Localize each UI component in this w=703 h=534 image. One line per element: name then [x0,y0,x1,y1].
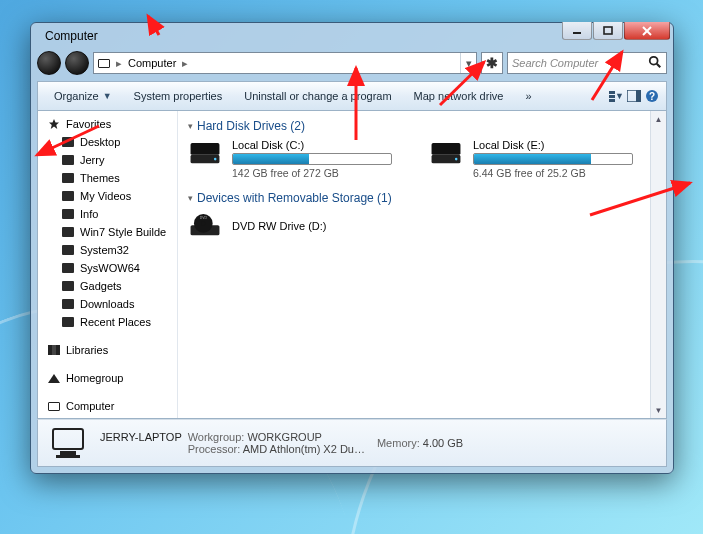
libraries-icon [48,344,60,356]
drive-dvd[interactable]: DVD DVD RW Drive (D:) [188,211,408,241]
breadcrumb-sep: ▸ [116,57,122,70]
svg-point-4 [650,57,658,65]
sidebar-item-gadgets[interactable]: Gadgets [44,277,177,295]
scroll-track[interactable] [651,127,666,402]
sidebar-group-homegroup[interactable]: Homegroup [44,369,177,387]
refresh-button[interactable]: ✱ [481,52,503,74]
address-bar[interactable]: ▸ Computer ▸ ▾ [93,52,477,74]
star-icon [48,118,60,130]
svg-point-22 [201,221,205,225]
content-pane[interactable]: ▾Hard Disk Drives (2) Local Disk (C:) 14… [178,111,650,418]
command-bar: Organize▼ System properties Uninstall or… [37,81,667,111]
nav-forward-button[interactable] [65,51,89,75]
svg-rect-26 [56,455,80,458]
sidebar-item-themes[interactable]: Themes [44,169,177,187]
nav-bar: ▸ Computer ▸ ▾ ✱ Search Computer [37,49,667,77]
sidebar-item-local-disk-c[interactable]: Local Disk (C:) [44,415,177,418]
svg-point-16 [214,158,217,161]
sidebar-item-win7-style[interactable]: Win7 Style Builde [44,223,177,241]
svg-rect-14 [191,143,220,155]
details-workgroup: WORKGROUP [247,431,322,443]
search-placeholder: Search Computer [512,57,598,69]
window-title: Computer [45,29,98,43]
sidebar-item-desktop[interactable]: Desktop [44,133,177,151]
drive-e[interactable]: Local Disk (E:) 6.44 GB free of 25.2 GB [429,139,640,179]
navigation-pane[interactable]: Favorites Desktop Jerry Themes My Videos… [38,111,178,418]
svg-marker-13 [49,119,59,129]
svg-rect-1 [604,27,612,34]
computer-icon [98,57,110,69]
sidebar-item-jerry[interactable]: Jerry [44,151,177,169]
chevron-down-icon: ▼ [103,91,112,101]
drive-c[interactable]: Local Disk (C:) 142 GB free of 272 GB [188,139,399,179]
collapse-icon: ▾ [188,193,193,203]
explorer-window: Computer ▸ Computer ▸ ▾ ✱ Search Compute… [30,22,674,474]
sidebar-item-downloads[interactable]: Downloads [44,295,177,313]
sidebar-item-syswow64[interactable]: SysWOW64 [44,259,177,277]
svg-rect-24 [53,429,83,449]
drive-name: Local Disk (E:) [473,139,633,151]
search-icon [648,55,662,71]
drive-name: Local Disk (C:) [232,139,392,151]
collapse-icon: ▾ [188,121,193,131]
scroll-up-button[interactable]: ▲ [651,111,666,127]
sidebar-item-my-videos[interactable]: My Videos [44,187,177,205]
svg-line-5 [657,64,661,68]
drive-name: DVD RW Drive (D:) [232,220,327,232]
sidebar-item-system32[interactable]: System32 [44,241,177,259]
system-properties-button[interactable]: System properties [124,82,233,110]
uninstall-programs-button[interactable]: Uninstall or change a program [234,82,401,110]
category-hdd[interactable]: ▾Hard Disk Drives (2) [188,119,640,133]
svg-rect-10 [636,90,641,102]
views-button[interactable]: ▼ [608,88,624,104]
dvd-drive-icon: DVD [188,211,222,241]
sidebar-group-favorites[interactable]: Favorites [44,115,177,133]
breadcrumb-sep: ▸ [182,57,188,70]
sidebar-item-info[interactable]: Info [44,205,177,223]
search-box[interactable]: Search Computer [507,52,667,74]
organize-menu[interactable]: Organize▼ [44,82,122,110]
capacity-bar [232,153,392,165]
svg-rect-25 [60,451,76,455]
svg-point-19 [455,158,458,161]
svg-text:?: ? [649,91,655,102]
details-memory: 4.00 GB [423,437,463,449]
details-processor: AMD Athlon(tm) X2 Du… [243,443,365,455]
category-removable[interactable]: ▾Devices with Removable Storage (1) [188,191,640,205]
toolbar-overflow[interactable]: » [515,82,541,110]
drive-free-text: 6.44 GB free of 25.2 GB [473,167,633,179]
close-button[interactable] [624,22,670,40]
sidebar-group-computer[interactable]: Computer [44,397,177,415]
minimize-button[interactable] [562,22,592,40]
computer-icon [48,426,88,460]
sidebar-group-libraries[interactable]: Libraries [44,341,177,359]
preview-pane-button[interactable] [626,88,642,104]
nav-back-button[interactable] [37,51,61,75]
details-pane: JERRY-LAPTOP Workgroup: WORKGROUP JERRY-… [37,419,667,467]
sidebar-item-recent-places[interactable]: Recent Places [44,313,177,331]
homegroup-icon [48,372,60,384]
content-scrollbar[interactable]: ▲ ▼ [650,111,666,418]
capacity-bar [473,153,633,165]
breadcrumb-text[interactable]: Computer [128,57,176,69]
titlebar[interactable]: Computer [31,23,673,49]
address-dropdown[interactable]: ▾ [460,53,476,73]
svg-text:DVD: DVD [200,216,208,220]
computer-icon [48,400,60,412]
scroll-down-button[interactable]: ▼ [651,402,666,418]
hard-disk-icon [429,139,463,169]
maximize-button[interactable] [593,22,623,40]
drive-free-text: 142 GB free of 272 GB [232,167,392,179]
details-computer-name: JERRY-LAPTOP [100,431,182,443]
map-network-drive-button[interactable]: Map network drive [404,82,514,110]
hard-disk-icon [188,139,222,169]
help-button[interactable]: ? [644,88,660,104]
svg-rect-17 [432,143,461,155]
